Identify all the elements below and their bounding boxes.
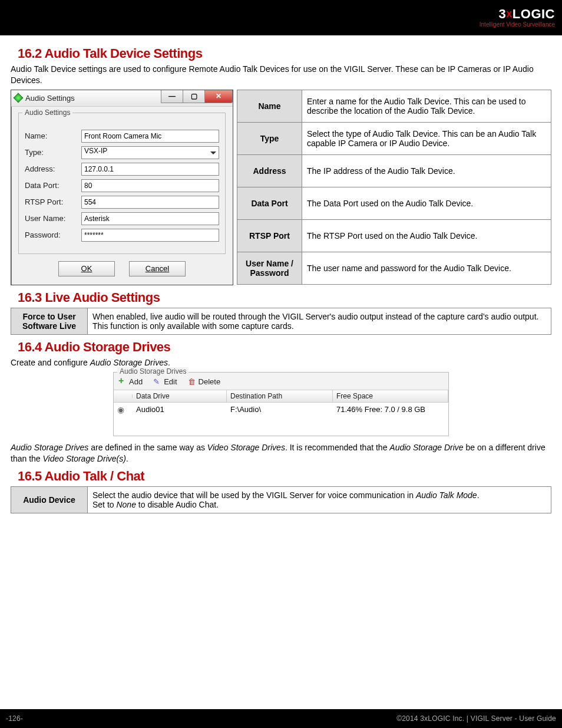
heading-16-5: 16.5 Audio Talk / Chat [18,469,551,484]
label-type: Type: [25,148,81,157]
heading-16-3: 16.3 Live Audio Settings [18,290,551,305]
desc-address: The IP address of the Audio Talk Device. [302,154,551,187]
dialog-title: Audio Settings [25,94,75,103]
audio-settings-dialog: Audio Settings — ▢ ✕ Audio Settings Name… [11,90,233,285]
maximize-button[interactable]: ▢ [183,90,205,103]
input-rtspport[interactable] [81,196,219,209]
cell-free: 71.46% Free: 7.0 / 9.8 GB [333,405,448,414]
definitions-16-5: Audio Device Select the audio device tha… [11,486,551,513]
audio-storage-panel: Audio Storage Drives +Add ✎Edit 🗑Delete … [113,372,449,436]
heading-16-2: 16.2 Audio Talk Device Settings [18,46,551,61]
input-address[interactable] [81,163,219,176]
edit-icon: ✎ [153,377,161,386]
asd-row[interactable]: ◉ Audio01 F:\Audio\ 71.46% Free: 7.0 / 9… [114,403,448,417]
logo-subtitle: Intelligent Video Surveillance [480,22,555,28]
desc-name: Enter a name for the Audio Talk Device. … [302,90,551,122]
asd-columns: Data Drive Destination Path Free Space [114,390,448,403]
desc-userpass: The user name and password for the Audio… [302,252,551,284]
label-username: User Name: [25,214,81,223]
definitions-16-2: NameEnter a name for the Audio Talk Devi… [237,90,551,285]
close-button[interactable]: ✕ [204,90,233,103]
intro-16-4: Create and configure Audio Storage Drive… [11,357,551,368]
plus-icon: + [118,377,127,386]
cancel-button[interactable]: Cancel [129,261,186,276]
col-icon [114,394,133,398]
term-rtspport: RTSP Port [237,219,302,252]
term-audio-device: Audio Device [11,487,88,513]
term-address: Address [237,154,302,187]
delete-button[interactable]: 🗑Delete [188,377,221,386]
desc-type: Select the type of Audio Talk Device. Th… [302,122,551,154]
minimize-button[interactable]: — [161,90,183,103]
term-dataport: Data Port [237,187,302,219]
label-name: Name: [25,131,81,140]
brand-logo: 3xLOGIC Intelligent Video Surveillance [480,8,555,28]
desc-audio-device: Select the audio device that will be use… [88,487,551,513]
cell-path: F:\Audio\ [227,405,333,414]
definitions-16-3: Force to User Software Live When enabled… [11,308,551,335]
asd-group-title: Audio Storage Drives [117,367,189,375]
group-legend: Audio Settings [22,108,72,117]
page-footer: -126- ©2014 3xLOGIC Inc. | VIGIL Server … [0,709,562,728]
drive-icon: ◉ [114,405,133,414]
intro-16-2: Audio Talk Device settings are used to c… [11,64,551,86]
input-name[interactable] [81,130,219,143]
heading-16-4: 16.4 Audio Storage Drives [18,340,551,355]
label-address: Address: [25,164,81,173]
header-bar: 3xLOGIC Intelligent Video Surveillance [0,0,562,35]
logo-text-logic: LOGIC [513,6,555,21]
term-userpass: User Name / Password [237,252,302,284]
cell-drive: Audio01 [133,405,227,414]
col-free: Free Space [333,390,448,402]
label-dataport: Data Port: [25,181,81,190]
desc-dataport: The Data Port used on the Audio Talk Dev… [302,187,551,219]
term-name: Name [237,90,302,122]
input-password[interactable] [81,229,219,242]
select-type[interactable]: VSX-IP [81,146,219,159]
footer-text: ©2014 3xLOGIC Inc. | VIGIL Server - User… [396,714,556,723]
logo-text-3: 3 [499,6,507,21]
audio-settings-group: Audio Settings Name: Type: VSX-IP Addres… [18,113,226,254]
desc-rtspport: The RTSP Port used on the Audio Talk Dev… [302,219,551,252]
outro-16-4: Audio Storage Drives are defined in the … [11,442,551,465]
term-type: Type [237,122,302,154]
desc-force-live: When enabled, live audio will be routed … [88,308,551,334]
label-rtspport: RTSP Port: [25,197,81,206]
app-icon [14,93,24,103]
add-button[interactable]: +Add [118,377,143,386]
input-username[interactable] [81,212,219,225]
col-path: Destination Path [227,390,333,402]
col-drive: Data Drive [133,390,227,402]
edit-button[interactable]: ✎Edit [153,377,177,386]
term-force-live: Force to User Software Live [11,308,88,334]
trash-icon: 🗑 [188,377,196,386]
logo-text-x: x [506,8,513,19]
ok-button[interactable]: OK [58,261,115,276]
page-content: 16.2 Audio Talk Device Settings Audio Ta… [0,35,562,709]
input-dataport[interactable] [81,179,219,192]
dialog-titlebar: Audio Settings — ▢ ✕ [11,90,233,107]
label-password: Password: [25,230,81,239]
page-number: -126- [6,714,23,723]
